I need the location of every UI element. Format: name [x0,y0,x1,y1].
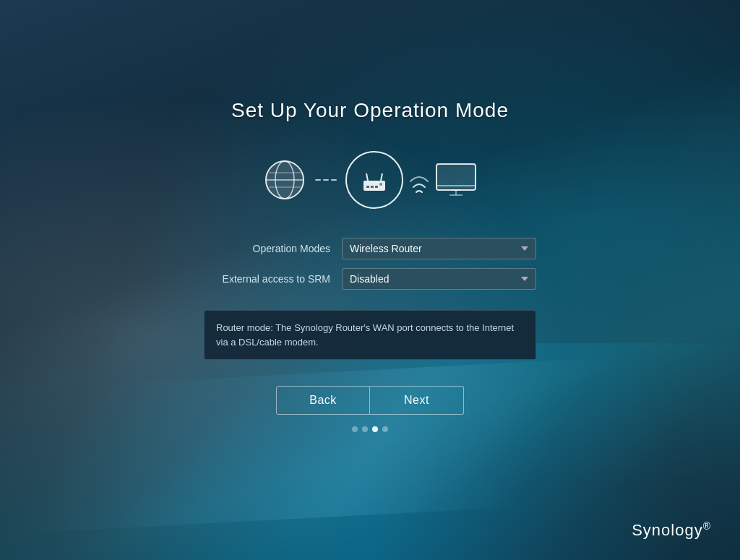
router-icon [345,151,403,209]
page-title: Set Up Your Operation Mode [231,99,509,122]
operation-mode-form: Operation Modes Wireless Router Access P… [204,238,536,298]
pagination-dots [352,426,388,432]
svg-rect-10 [375,186,378,188]
wifi-waves-icon [409,165,429,194]
synology-logo: Synology® [632,520,711,540]
back-button[interactable]: Back [276,386,370,415]
globe-icon [263,158,306,202]
external-access-label: External access to SRM [204,273,330,285]
svg-line-6 [366,173,368,181]
operation-modes-label: Operation Modes [204,243,330,254]
next-button[interactable]: Next [370,386,464,415]
svg-rect-9 [371,186,374,188]
pagination-dot-1 [352,426,358,432]
svg-rect-8 [366,186,369,188]
pagination-dot-4 [382,426,388,432]
external-access-select[interactable]: Disabled Enabled [342,268,536,290]
connection-line [315,179,337,181]
action-buttons: Back Next [276,386,464,415]
pagination-dot-3 [372,426,378,432]
info-box: Router mode: The Synology Router's WAN p… [204,310,536,360]
pagination-dot-2 [362,426,368,432]
operation-modes-select[interactable]: Wireless Router Access Point Wireless Br… [342,238,536,259]
svg-line-7 [381,173,382,181]
operation-modes-row: Operation Modes Wireless Router Access P… [204,238,536,259]
svg-point-11 [379,183,382,186]
operation-mode-diagram [263,151,477,209]
external-access-row: External access to SRM Disabled Enabled [204,268,536,290]
monitor-icon [435,163,477,197]
